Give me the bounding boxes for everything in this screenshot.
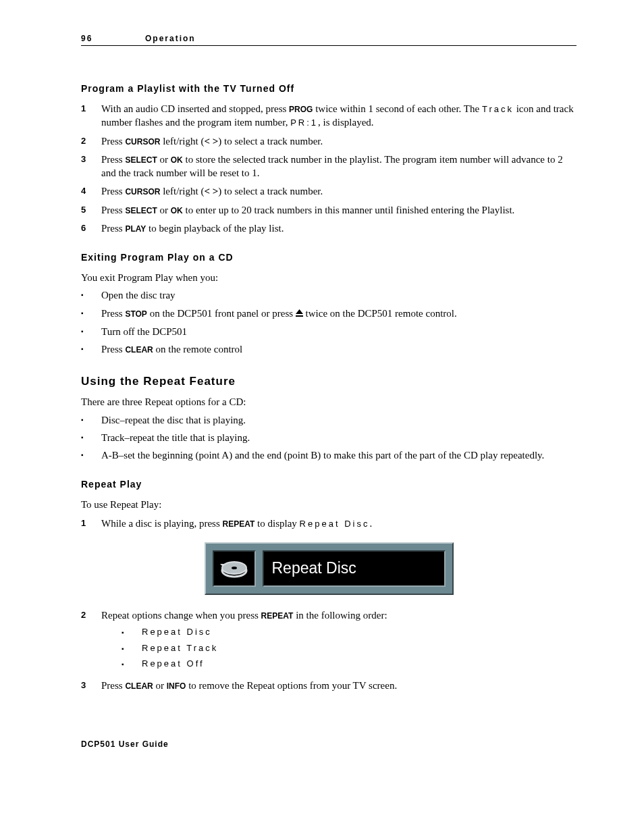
step-number: 6 — [81, 221, 101, 235]
repeat-disc-osd-label: Repeat Disc — [300, 519, 370, 529]
heading-program-playlist: Program a Playlist with the TV Turned Of… — [81, 83, 576, 94]
step-body: Press PLAY to begin playback of the play… — [101, 221, 576, 235]
exit-intro: You exit Program Play when you: — [81, 271, 576, 284]
steps-repeat-play: 1 While a disc is playing, press REPEAT … — [81, 517, 576, 530]
steps-repeat-play-cont: 2 Repeat options change when you press R… — [81, 608, 576, 692]
step-number: 2 — [81, 608, 101, 674]
cursor-button-label: CURSOR — [125, 187, 160, 197]
heading-repeat-play: Repeat Play — [81, 479, 576, 490]
repeat-order-list: Repeat Disc Repeat Track Repeat Off — [122, 626, 576, 670]
repeat-play-intro: To use Repeat Play: — [81, 498, 576, 511]
osd-repeat-disc: Repeat Disc — [205, 542, 454, 595]
step-number: 3 — [81, 153, 101, 180]
step-number: 4 — [81, 184, 101, 198]
step-body: Repeat options change when you press REP… — [101, 608, 576, 674]
step-body: With an audio CD inserted and stopped, p… — [101, 102, 576, 130]
repeat-button-label: REPEAT — [261, 611, 294, 621]
list-item: Repeat Track — [142, 642, 218, 654]
clear-button-label: CLEAR — [125, 345, 153, 355]
ok-button-label: OK — [171, 155, 183, 165]
list-item: Repeat Off — [142, 658, 205, 670]
pr1-label: PR:1 — [290, 118, 318, 128]
step-body: Press CURSOR left/right (< >) to select … — [101, 184, 576, 198]
play-button-label: PLAY — [125, 224, 146, 234]
list-item: Repeat Disc — [142, 626, 212, 638]
heading-exiting-program: Exiting Program Play on a CD — [81, 252, 576, 263]
ok-button-label: OK — [171, 206, 183, 215]
page-header: 96 Operation — [81, 34, 576, 46]
svg-point-2 — [232, 567, 237, 569]
select-button-label: SELECT — [125, 155, 157, 165]
step-body: Press CLEAR or INFO to remove the Repeat… — [101, 679, 576, 692]
exit-list: Open the disc tray Press STOP on the DCP… — [81, 288, 576, 356]
step-body: Press SELECT or OK to store the selected… — [101, 153, 576, 180]
step-number: 2 — [81, 134, 101, 148]
list-item: Open the disc tray — [101, 288, 176, 302]
list-item: Turn off the DCP501 — [101, 325, 187, 338]
footer: DCP501 User Guide — [81, 739, 576, 749]
step-number: 3 — [81, 679, 101, 692]
cursor-button-label: CURSOR — [125, 137, 160, 147]
select-button-label: SELECT — [125, 206, 157, 215]
step-number: 1 — [81, 517, 101, 530]
list-item: Press STOP on the DCP501 front panel or … — [101, 307, 457, 321]
step-body: Press CURSOR left/right (< >) to select … — [101, 134, 576, 148]
osd-text: Repeat Disc — [263, 550, 446, 587]
prog-button-label: PROG — [289, 105, 313, 114]
heading-repeat-feature: Using the Repeat Feature — [81, 375, 576, 388]
eject-icon — [296, 307, 303, 321]
steps-program-playlist: 1 With an audio CD inserted and stopped,… — [81, 102, 576, 235]
page-number: 96 — [81, 34, 145, 43]
list-item: Press CLEAR on the remote control — [101, 342, 242, 356]
list-item: Disc–repeat the disc that is playing. — [101, 413, 246, 427]
step-number: 5 — [81, 203, 101, 217]
info-button-label: INFO — [167, 681, 186, 691]
stop-button-label: STOP — [125, 309, 146, 319]
repeat-disc-icon — [213, 550, 256, 587]
header-section: Operation — [145, 34, 196, 43]
step-body: While a disc is playing, press REPEAT to… — [101, 517, 576, 530]
repeat-button-label: REPEAT — [223, 519, 255, 529]
repeat-options-list: Disc–repeat the disc that is playing. Tr… — [81, 413, 576, 463]
step-number: 1 — [81, 102, 101, 130]
track-icon-label: Track — [482, 104, 514, 114]
repeat-intro: There are three Repeat options for a CD: — [81, 395, 576, 409]
list-item: A-B–set the beginning (point A) and the … — [101, 448, 544, 462]
list-item: Track–repeat the title that is playing. — [101, 431, 250, 444]
step-body: Press SELECT or OK to enter up to 20 tra… — [101, 203, 576, 217]
clear-button-label: CLEAR — [125, 681, 153, 691]
